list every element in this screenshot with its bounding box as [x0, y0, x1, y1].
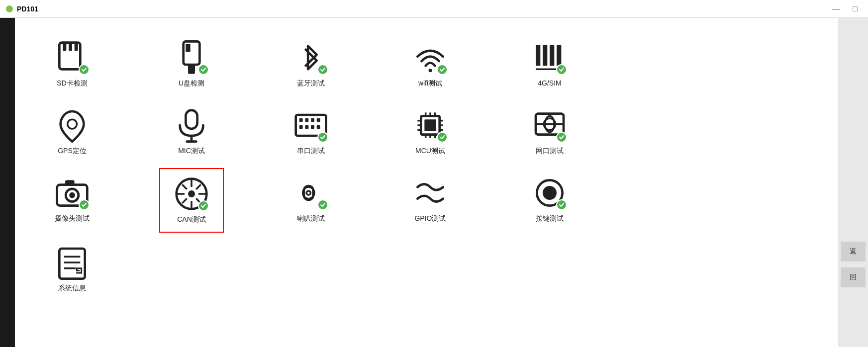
item-label-button: 按键测试: [536, 214, 564, 223]
grid-item-gpio[interactable]: GPIO测试: [398, 168, 463, 233]
svg-rect-2: [69, 43, 72, 51]
grid-item-sysinfo[interactable]: 系统信息: [40, 238, 104, 300]
svg-rect-23: [311, 125, 314, 129]
camera-icon: [55, 175, 90, 210]
check-badge: [198, 200, 209, 211]
svg-point-12: [68, 119, 77, 129]
grid-item-gps[interactable]: GPS定位: [40, 100, 104, 163]
speaker-icon: [293, 175, 328, 210]
bluetooth-icon: [293, 40, 328, 75]
grid-item-mcu[interactable]: MCU测试: [398, 100, 463, 163]
check-badge: [317, 64, 328, 75]
sim-icon: [532, 40, 567, 75]
svg-point-48: [188, 190, 195, 197]
svg-rect-26: [424, 119, 436, 131]
svg-rect-8: [536, 45, 540, 66]
grid-item-speaker[interactable]: 喇叭测试: [279, 168, 343, 233]
sysinfo-icon: [55, 245, 90, 280]
svg-rect-24: [317, 125, 320, 129]
check-badge: [317, 132, 328, 143]
svg-point-58: [543, 186, 557, 200]
serial-icon: [293, 108, 328, 143]
item-label-camera: 摄像头测试: [55, 214, 90, 223]
svg-rect-19: [311, 118, 314, 122]
check-badge: [437, 64, 448, 75]
item-label-sd-card: SD卡检测: [57, 79, 87, 88]
item-label-sysinfo: 系统信息: [58, 284, 86, 293]
item-label-wifi: wifi测试: [418, 79, 442, 88]
gps-icon: [55, 108, 90, 143]
restore-button[interactable]: 回: [841, 267, 866, 287]
usb-icon: [174, 40, 209, 75]
item-label-mcu: MCU测试: [415, 147, 445, 156]
grid-item-usb-drive[interactable]: U盘检测: [159, 33, 224, 95]
item-label-gpio: GPIO测试: [414, 214, 446, 223]
svg-rect-6: [188, 65, 195, 74]
grid-item-network[interactable]: 网口测试: [517, 100, 582, 163]
svg-rect-13: [186, 110, 197, 129]
item-label-mic: MIC测试: [178, 147, 205, 156]
grid-item-bluetooth[interactable]: 蓝牙测试: [279, 33, 343, 95]
app-title: PD101: [17, 5, 38, 13]
titlebar: PD101 — □: [0, 0, 868, 18]
can-icon: [174, 176, 209, 211]
wifi-icon: [413, 40, 448, 75]
button-icon: [532, 175, 567, 210]
titlebar-left: PD101: [6, 5, 38, 13]
right-sidebar: 返 回: [838, 18, 868, 347]
item-label-bluetooth: 蓝牙测试: [297, 79, 325, 88]
grid-item-camera[interactable]: 摄像头测试: [40, 168, 104, 233]
svg-rect-46: [65, 180, 75, 186]
grid-item-wifi[interactable]: wifi测试: [398, 33, 463, 95]
title-dot: [6, 5, 13, 12]
check-badge: [556, 132, 567, 143]
check-badge: [437, 132, 448, 143]
check-badge: [317, 199, 328, 210]
network-icon: [532, 108, 567, 143]
sd-card-icon: [55, 40, 90, 75]
svg-rect-10: [550, 45, 554, 66]
svg-point-56: [307, 192, 310, 194]
svg-rect-59: [59, 249, 85, 279]
item-label-usb-drive: U盘检测: [179, 79, 204, 88]
check-badge: [556, 199, 567, 210]
mcu-icon: [413, 108, 448, 143]
icon-grid: SD卡检测 U盘检测 蓝牙测试 wifi测试 4G/SIM GPS定位: [30, 28, 823, 305]
maximize-button[interactable]: □: [848, 3, 862, 14]
svg-rect-22: [305, 125, 308, 129]
item-label-serial: 串口测试: [297, 147, 325, 156]
left-sidebar: [0, 18, 15, 347]
check-badge: [79, 199, 90, 210]
titlebar-controls: — □: [829, 3, 862, 14]
minimize-button[interactable]: —: [829, 3, 843, 14]
svg-rect-5: [186, 44, 190, 52]
check-badge: [556, 64, 567, 75]
svg-rect-3: [75, 43, 78, 51]
grid-item-sim[interactable]: 4G/SIM: [517, 33, 582, 95]
content-area: SD卡检测 U盘检测 蓝牙测试 wifi测试 4G/SIM GPS定位: [15, 18, 838, 347]
back-button[interactable]: 返: [841, 242, 866, 261]
grid-item-button[interactable]: 按键测试: [517, 168, 582, 233]
item-label-gps: GPS定位: [58, 147, 87, 156]
svg-rect-20: [317, 118, 320, 122]
gpio-icon: [413, 175, 448, 210]
grid-item-mic[interactable]: MIC测试: [159, 100, 224, 163]
grid-item-sd-card[interactable]: SD卡检测: [40, 33, 104, 95]
item-label-can: CAN测试: [177, 215, 206, 224]
svg-rect-17: [299, 118, 303, 122]
item-label-speaker: 喇叭测试: [297, 214, 325, 223]
svg-rect-21: [299, 125, 303, 129]
item-label-sim: 4G/SIM: [538, 79, 561, 87]
check-badge: [79, 64, 90, 75]
svg-point-7: [429, 69, 432, 72]
grid-item-serial[interactable]: 串口测试: [279, 100, 343, 163]
svg-rect-18: [305, 118, 308, 122]
item-label-network: 网口测试: [536, 147, 564, 156]
main-area: SD卡检测 U盘检测 蓝牙测试 wifi测试 4G/SIM GPS定位: [0, 18, 868, 347]
svg-rect-9: [543, 45, 547, 66]
grid-item-can[interactable]: CAN测试: [159, 168, 224, 233]
svg-rect-1: [63, 43, 66, 51]
check-badge: [198, 64, 209, 75]
svg-point-45: [69, 192, 75, 198]
mic-icon: [174, 108, 209, 143]
